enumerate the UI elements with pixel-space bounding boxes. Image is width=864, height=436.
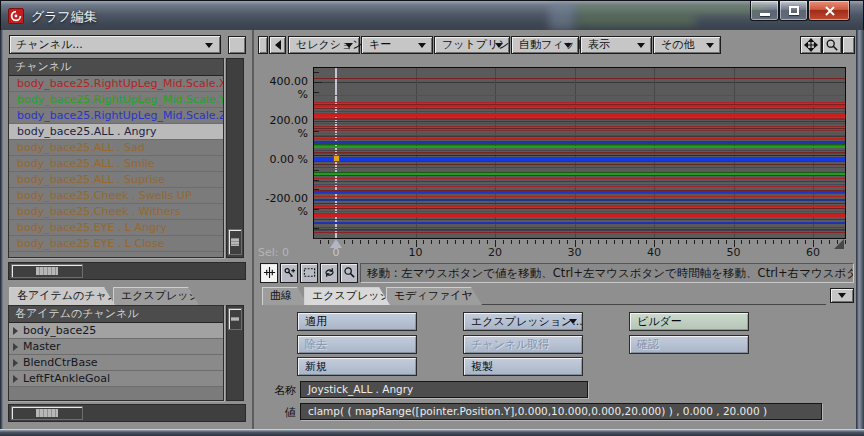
x-tick bbox=[694, 240, 695, 244]
add-key-tool-button[interactable] bbox=[280, 263, 298, 283]
x-tick bbox=[726, 240, 727, 244]
channel-row[interactable]: body_bace25.ALL . Smile bbox=[9, 156, 223, 172]
scrollbar-thumb[interactable] bbox=[11, 264, 83, 278]
tab-modifier[interactable]: モディファイヤ bbox=[386, 287, 482, 305]
menu-label: 表示 bbox=[588, 38, 610, 51]
x-tick bbox=[710, 240, 711, 244]
name-field[interactable]: Joystick_ALL . Angry bbox=[300, 381, 588, 398]
expand-arrow-icon[interactable] bbox=[13, 343, 18, 351]
tab-item-channels[interactable]: 各アイテムのチャンネル bbox=[9, 287, 115, 305]
menu-label: フットプリント bbox=[442, 38, 521, 51]
close-button[interactable] bbox=[808, 1, 850, 21]
tree-row[interactable]: BlendCtrBase bbox=[9, 355, 223, 371]
x-tick bbox=[630, 240, 631, 244]
panel-divider[interactable] bbox=[252, 30, 254, 429]
item-tree-scrollbar[interactable] bbox=[226, 305, 244, 401]
channel-row[interactable]: body_bace25.RightUpLeg_Mid.Scale.X bbox=[9, 76, 223, 92]
titlebar[interactable]: グラフ編集 bbox=[1, 1, 863, 30]
channel-row[interactable]: body_bace25.ALL . Suprise bbox=[9, 172, 223, 188]
channel-row[interactable]: body_bace25.Cheek . Withers bbox=[9, 204, 223, 220]
x-tick bbox=[384, 240, 385, 244]
move-keys-tool-button[interactable] bbox=[260, 263, 278, 283]
x-tick bbox=[519, 240, 520, 244]
zoom-tool-icon bbox=[343, 264, 356, 283]
collapse-toolbar-button[interactable] bbox=[269, 36, 286, 54]
cycle-tool-button[interactable] bbox=[320, 263, 338, 283]
tab-expression[interactable]: エクスプレッション bbox=[304, 287, 390, 305]
maximize-button[interactable] bbox=[779, 1, 808, 21]
channel-list: チャンネル body_bace25.RightUpLeg_Mid.Scale.X… bbox=[8, 58, 224, 258]
confirm-button[interactable]: 確認 bbox=[629, 335, 749, 354]
menu-label: セレクション bbox=[296, 38, 364, 51]
zoom-tool-button[interactable] bbox=[340, 263, 358, 283]
scrollbar-thumb[interactable] bbox=[11, 406, 83, 420]
channel-row[interactable]: body_bace25.EYE . L Close bbox=[9, 236, 223, 252]
channel-filter-dropdown[interactable]: チャンネル... bbox=[9, 35, 221, 54]
channel-row[interactable]: body_bace25.EYE . L Angry bbox=[9, 220, 223, 236]
x-tick bbox=[638, 240, 639, 244]
value-label: 値 bbox=[256, 405, 296, 420]
x-tick bbox=[344, 240, 345, 244]
y-axis-label: 400.00 % bbox=[256, 75, 308, 101]
playhead-handle[interactable] bbox=[330, 239, 342, 248]
builder-button[interactable]: ビルダー bbox=[629, 312, 749, 331]
x-tick bbox=[479, 240, 480, 244]
tree-row[interactable]: LeftFtAnkleGoal bbox=[9, 371, 223, 387]
autofit-menu[interactable]: 自動フィット bbox=[511, 36, 579, 54]
channel-list-scrollbar[interactable] bbox=[226, 58, 244, 258]
scrollbar-thumb[interactable] bbox=[228, 229, 242, 255]
channel-options-button[interactable] bbox=[228, 36, 246, 54]
footprint-menu[interactable]: フットプリント bbox=[434, 36, 510, 54]
zoom-view-button[interactable] bbox=[822, 36, 842, 54]
other-menu[interactable]: その他 bbox=[653, 36, 721, 54]
channel-row[interactable]: body_bace25.Cheek . Swells UP bbox=[9, 188, 223, 204]
x-tick bbox=[408, 240, 409, 244]
channel-row[interactable]: body_bace25.ALL . Sad bbox=[9, 140, 223, 156]
channel-list-hscrollbar[interactable] bbox=[8, 262, 246, 280]
expression-menu-button[interactable]: エクスプレッション... bbox=[463, 312, 583, 331]
x-tick bbox=[765, 240, 766, 244]
x-tick bbox=[821, 240, 822, 244]
x-tick bbox=[590, 240, 591, 244]
value-field[interactable]: clamp( ( mapRange([pointer.Position.Y],0… bbox=[300, 403, 822, 420]
pan-icon bbox=[804, 38, 818, 52]
region-tool-button[interactable] bbox=[300, 263, 318, 283]
apply-button[interactable]: 適用 bbox=[297, 312, 417, 331]
remove-button[interactable]: 除去 bbox=[297, 335, 417, 354]
duplicate-button[interactable]: 複製 bbox=[463, 357, 583, 376]
y-axis-label: -200.00 % bbox=[256, 192, 308, 218]
x-tick bbox=[646, 240, 647, 244]
item-tree-header: 各アイテムのチャンネル bbox=[9, 306, 223, 323]
expand-arrow-icon[interactable] bbox=[13, 375, 18, 383]
expand-arrow-icon[interactable] bbox=[13, 327, 18, 335]
channel-row[interactable]: body_bace25.RightUpLeg_Mid.Scale.Y bbox=[9, 92, 223, 108]
channel-row[interactable]: body_bace25.RightUpLeg_Mid.Scale.Z bbox=[9, 108, 223, 124]
selection-menu[interactable]: セレクション bbox=[288, 36, 360, 54]
tree-row[interactable]: Master bbox=[9, 339, 223, 355]
move-keys-tool-icon bbox=[263, 264, 276, 283]
x-tick bbox=[829, 240, 830, 244]
key-menu[interactable]: キー bbox=[361, 36, 433, 54]
x-tick bbox=[543, 240, 544, 244]
display-menu[interactable]: 表示 bbox=[580, 36, 652, 54]
get-channel-button[interactable]: チャンネル取得 bbox=[463, 335, 583, 354]
tab-expression-left[interactable]: エクスプレッション bbox=[113, 287, 199, 305]
item-tree-hscrollbar[interactable] bbox=[8, 404, 246, 422]
scrollbar-thumb[interactable] bbox=[228, 308, 242, 330]
x-tick bbox=[423, 240, 424, 244]
panel-menu-button[interactable] bbox=[830, 288, 854, 303]
background-glass-blur bbox=[549, 1, 575, 30]
x-tick bbox=[582, 240, 583, 244]
expand-arrow-icon[interactable] bbox=[13, 359, 18, 367]
x-tick bbox=[598, 240, 599, 244]
curve-plot-area[interactable] bbox=[313, 67, 846, 239]
tree-row[interactable]: body_bace25 bbox=[9, 323, 223, 339]
x-tick bbox=[670, 240, 671, 244]
x-tick bbox=[471, 240, 472, 244]
chevron-down-icon bbox=[495, 43, 503, 48]
keyframe-marker[interactable] bbox=[333, 155, 340, 162]
minimize-button[interactable] bbox=[750, 1, 779, 21]
channel-row[interactable]: body_bace25.ALL . Angry bbox=[9, 124, 223, 140]
new-button[interactable]: 新規 bbox=[297, 357, 417, 376]
pan-view-button[interactable] bbox=[800, 36, 822, 54]
